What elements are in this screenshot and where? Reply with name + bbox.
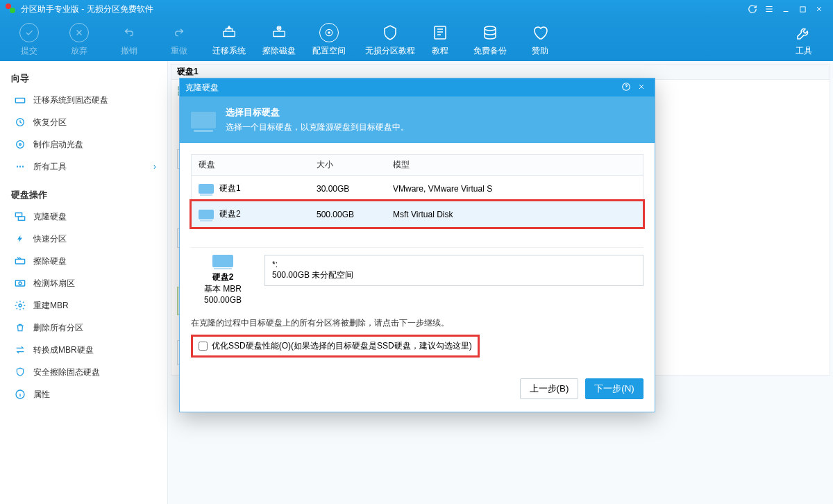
- maximize-icon[interactable]: [794, 1, 811, 17]
- disk-icon: [199, 184, 214, 194]
- trash-icon: [14, 321, 26, 334]
- dialog-note: 在克隆的过程中目标硬盘上的所有分区将被删除，请点击下一步继续。: [191, 317, 643, 329]
- toolbar-align-label: 配置空间: [312, 45, 346, 57]
- sidebar-bootdisc[interactable]: 制作启动光盘: [0, 133, 167, 156]
- svg-rect-14: [15, 259, 24, 264]
- svg-point-5: [328, 31, 330, 33]
- info-icon: [14, 388, 26, 401]
- sidebar-convertmbr[interactable]: 转换成MBR硬盘: [0, 339, 167, 361]
- toolbar-redo[interactable]: 重做: [154, 23, 204, 57]
- disk-model: Msft Virtual Disk: [393, 210, 636, 219]
- sel-disk-type: 基本 MBR: [191, 283, 255, 295]
- table-row-selected[interactable]: 硬盘2 500.00GB Msft Virtual Disk: [190, 199, 645, 229]
- toolbar-course[interactable]: 教程: [415, 23, 465, 57]
- toolbar-discard[interactable]: 放弃: [54, 23, 104, 57]
- toolbar-sponsor-label: 赞助: [532, 45, 548, 57]
- sidebar-badsector[interactable]: 检测坏扇区: [0, 272, 167, 294]
- svg-rect-8: [15, 98, 24, 103]
- toolbar-tools[interactable]: 工具: [779, 23, 829, 57]
- sidebar-props[interactable]: 属性: [0, 383, 167, 405]
- col-size: 大小: [317, 159, 393, 171]
- toolbar-wipe[interactable]: 擦除磁盘: [254, 23, 304, 57]
- toolbar-commit-label: 提交: [21, 45, 37, 57]
- back-button[interactable]: 上一步(B): [520, 378, 578, 399]
- sidebar: 向导 迁移系统到固态硬盘 恢复分区 制作启动光盘 ⋯所有工具› 硬盘操作 克隆硬…: [0, 61, 168, 504]
- sidebar-clone[interactable]: 克隆硬盘: [0, 205, 167, 228]
- toolbar-commit[interactable]: 提交: [4, 23, 54, 57]
- disk-name: 硬盘1: [219, 183, 241, 194]
- dialog-head-sub: 选择一个目标硬盘，以克隆源硬盘到目标硬盘中。: [226, 121, 409, 133]
- sidebar-item-label: 删除所有分区: [33, 322, 83, 334]
- disk-name: 硬盘2: [219, 208, 241, 220]
- minimize-icon[interactable]: [777, 1, 794, 17]
- toolbar-wipe-label: 擦除磁盘: [262, 45, 296, 57]
- disk-size: 30.00GB: [317, 184, 393, 194]
- more-icon: ⋯: [14, 160, 26, 173]
- sidebar-item-label: 迁移系统到固态硬盘: [33, 94, 108, 106]
- toolbar-migrate[interactable]: 迁移系统: [204, 23, 254, 57]
- clone-disk-dialog: 克隆硬盘 选择目标硬盘 选择一个目标硬盘，以克隆源硬盘到目标硬盘中。 硬盘 大小…: [179, 78, 655, 412]
- sidebar-item-label: 恢复分区: [33, 117, 67, 128]
- sidebar-wizard-head: 向导: [0, 68, 167, 89]
- table-row[interactable]: 硬盘1 30.00GB VMware, VMware Virtual S: [192, 176, 643, 201]
- table-header: 硬盘 大小 模型: [192, 155, 643, 176]
- dialog-close-icon[interactable]: [634, 83, 649, 93]
- sidebar-item-label: 属性: [33, 389, 50, 401]
- toolbar-undo-label: 撤销: [121, 45, 137, 57]
- chevron-right-icon: ›: [153, 162, 156, 171]
- svg-rect-6: [435, 26, 446, 39]
- ssd-optimize-checkbox[interactable]: [199, 342, 208, 351]
- title-bar: 分区助手专业版 - 无损分区免费软件: [0, 0, 833, 18]
- toolbar-sponsor[interactable]: 赞助: [515, 23, 565, 57]
- partition-segment[interactable]: *: 500.00GB 未分配空间: [264, 255, 643, 286]
- sidebar-quick[interactable]: 快速分区: [0, 228, 167, 250]
- sidebar-rebuildmbr[interactable]: 重建MBR: [0, 294, 167, 317]
- svg-rect-12: [15, 213, 22, 217]
- eraser-icon: [14, 255, 26, 267]
- dialog-head-title: 选择目标硬盘: [226, 106, 409, 119]
- toolbar-undo[interactable]: 撤销: [104, 23, 154, 57]
- dialog-title: 克隆硬盘: [185, 82, 619, 94]
- disc-icon: [14, 138, 26, 151]
- ssd-icon: [14, 94, 26, 106]
- toolbar-tutorial[interactable]: 无损分区教程: [365, 23, 415, 57]
- toolbar-backup[interactable]: 免费备份: [465, 23, 515, 57]
- col-disk: 硬盘: [199, 159, 317, 171]
- close-icon[interactable]: [811, 1, 827, 17]
- sidebar-recover[interactable]: 恢复分区: [0, 111, 167, 133]
- svg-rect-2: [274, 31, 285, 36]
- col-model: 模型: [393, 159, 636, 171]
- svg-point-11: [19, 144, 22, 146]
- next-button[interactable]: 下一步(N): [585, 378, 643, 399]
- sidebar-wipe[interactable]: 擦除硬盘: [0, 250, 167, 272]
- sidebar-item-label: 擦除硬盘: [33, 255, 67, 267]
- bolt-icon: [14, 233, 26, 245]
- toolbar-redo-label: 重做: [171, 45, 187, 57]
- sidebar-deleteall[interactable]: 删除所有分区: [0, 317, 167, 339]
- disk-icon: [199, 210, 214, 219]
- swap-icon: [14, 344, 26, 356]
- sidebar-item-label: 检测坏扇区: [33, 278, 75, 289]
- app-logo-icon: [6, 3, 17, 15]
- svg-rect-13: [18, 217, 24, 220]
- sidebar-migrate-ssd[interactable]: 迁移系统到固态硬盘: [0, 89, 167, 111]
- sidebar-securewipe[interactable]: 安全擦除固态硬盘: [0, 361, 167, 383]
- toolbar-migrate-label: 迁移系统: [212, 45, 246, 57]
- toolbar-align[interactable]: 配置空间: [304, 23, 354, 57]
- ssd-optimize-option[interactable]: 优化SSD硬盘性能(O)(如果选择的目标硬盘是SSD硬盘，建议勾选这里): [191, 335, 480, 358]
- menu-icon[interactable]: [761, 1, 777, 17]
- sidebar-item-label: 转换成MBR硬盘: [33, 344, 94, 356]
- sidebar-alltools[interactable]: ⋯所有工具›: [0, 156, 167, 178]
- help-icon[interactable]: [619, 82, 634, 94]
- sidebar-item-label: 重建MBR: [33, 300, 69, 312]
- shield-icon: [14, 366, 26, 378]
- svg-point-7: [485, 26, 496, 31]
- refresh-icon[interactable]: [744, 1, 761, 17]
- sidebar-diskops-head: 硬盘操作: [0, 185, 167, 205]
- svg-point-10: [17, 141, 24, 149]
- toolbar-course-label: 教程: [432, 45, 448, 57]
- disk-icon: [191, 112, 216, 128]
- clone-icon: [14, 210, 26, 223]
- sidebar-item-label: 安全擦除固态硬盘: [33, 367, 100, 378]
- sidebar-item-label: 快速分区: [33, 233, 67, 245]
